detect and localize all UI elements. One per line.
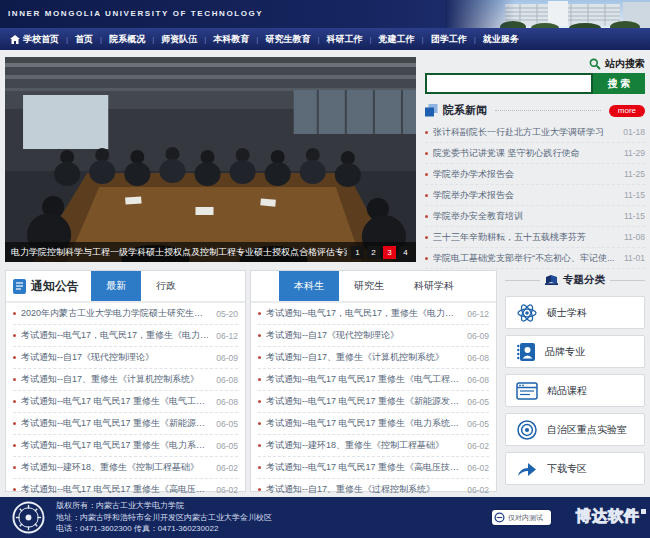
notice-item-date: 06-05 bbox=[216, 419, 238, 429]
slideshow-page-button[interactable]: 1 bbox=[351, 246, 364, 259]
slideshow-page-button[interactable]: 2 bbox=[367, 246, 380, 259]
notice-item-title: 考试通知--电气17 电气民17 重修生《电气工程制图基础... bbox=[21, 395, 211, 408]
academic-item-date: 06-02 bbox=[467, 441, 489, 451]
academic-item[interactable]: 考试通知--电气17 电气民17 重修生《新能源发电测试与... 06-05 bbox=[258, 391, 489, 413]
notices-tab[interactable]: 行政 bbox=[141, 271, 191, 301]
bullet-icon bbox=[13, 488, 16, 491]
notice-item-date: 06-05 bbox=[216, 441, 238, 451]
bullet-icon bbox=[258, 378, 261, 381]
nav-item-overview[interactable]: 院系概况 bbox=[109, 33, 145, 46]
footer-copyright: 版权所有：内蒙古工业大学电力学院 bbox=[56, 500, 272, 512]
top-banner: INNER MONGOLIA UNIVERSITY OF TECHNOLOGY bbox=[0, 0, 650, 28]
academic-tab[interactable]: 研究生 bbox=[339, 271, 399, 301]
notice-item[interactable]: 考试通知--电气17 电气民17 重修生《新能源发电测试与... 06-05 bbox=[13, 413, 238, 435]
news-item[interactable]: 院党委书记讲党课 坚守初心践行使命 11-29 bbox=[425, 143, 645, 164]
nav-item-employment[interactable]: 就业服务 bbox=[483, 33, 519, 46]
topic-card-masters[interactable]: 硕士学科 bbox=[505, 296, 645, 329]
nav-item-faculty[interactable]: 师资队伍 bbox=[161, 33, 197, 46]
notice-item[interactable]: 考试通知--电气17 电气民17 重修生《电气工程制图基础... 06-08 bbox=[13, 391, 238, 413]
academic-tab[interactable]: 科研学科 bbox=[399, 271, 469, 301]
academic-item-title: 考试通知--电气17 电气民17 重修生《电气工程制图基础... bbox=[266, 373, 462, 386]
bullet-icon bbox=[13, 334, 16, 337]
news-list: 张计科副院长一行赴北方工业大学调研学习 01-18 院党委书记讲党课 坚守初心践… bbox=[425, 122, 645, 269]
nav-item-research[interactable]: 科研工作 bbox=[326, 33, 362, 46]
footer-phone: 电话：0471-3602300 传真：0471-360230022 bbox=[56, 523, 272, 535]
academic-item-date: 06-08 bbox=[467, 375, 489, 385]
notice-item[interactable]: 考试通知--电气17，电气民17，重修生《电力系统稳定》 06-12 bbox=[13, 325, 238, 347]
academic-item[interactable]: 考试通知--电气17 电气民17 重修生《电气工程制图基础... 06-08 bbox=[258, 369, 489, 391]
divider-line bbox=[505, 280, 540, 281]
notices-list: 2020年内蒙古工业大学电力学院硕士研究生第二批复试工... 05-20 考试通… bbox=[6, 303, 245, 501]
divider-line bbox=[610, 280, 645, 281]
nav-item-label: 研究生教育 bbox=[265, 33, 310, 46]
academic-tabs: 本科生研究生科研学科 bbox=[279, 271, 469, 301]
academic-item[interactable]: 考试通知--建环18、重修生《控制工程基础》 06-02 bbox=[258, 435, 489, 457]
news-item[interactable]: 学院举办学术报告会 11-25 bbox=[425, 164, 645, 185]
university-emblem bbox=[12, 501, 45, 534]
notice-item-title: 考试通知--自17、重修生《计算机控制系统》 bbox=[21, 373, 211, 386]
notice-item-title: 2020年内蒙古工业大学电力学院硕士研究生第二批复试工... bbox=[21, 307, 211, 320]
topic-card-brand-major[interactable]: 品牌专业 bbox=[505, 335, 645, 368]
news-item[interactable]: 学院举办学术报告会 11-15 bbox=[425, 185, 645, 206]
download-arrow-icon bbox=[516, 460, 538, 478]
academic-item[interactable]: 考试通知--电气17，电气民17，重修生《电力系统稳定》 06-12 bbox=[258, 303, 489, 325]
academic-item[interactable]: 考试通知--自17《现代控制理论》 06-09 bbox=[258, 325, 489, 347]
notice-item[interactable]: 考试通知--电气17 电气民17 重修生《电力系统自动化、... 06-05 bbox=[13, 435, 238, 457]
news-item[interactable]: 学院电工基础党支部举行“不忘初心、牢记使... 11-01 bbox=[425, 248, 645, 269]
search-input[interactable] bbox=[425, 73, 593, 94]
nav-item-label: 党建工作 bbox=[379, 33, 415, 46]
news-more-button[interactable]: more bbox=[609, 105, 645, 117]
news-item-date: 11-29 bbox=[624, 148, 645, 158]
vendor-watermark-pill[interactable]: 仅对内测试 bbox=[492, 510, 551, 525]
topic-card-label: 硕士学科 bbox=[547, 306, 587, 320]
slideshow-pager: 1234 bbox=[347, 246, 416, 259]
notice-item[interactable]: 考试通知--建环18、重修生《控制工程基础》 06-02 bbox=[13, 457, 238, 479]
notice-item[interactable]: 考试通知--自17、重修生《计算机控制系统》 06-08 bbox=[13, 369, 238, 391]
nav-item-youth-league[interactable]: 团学工作 bbox=[431, 33, 467, 46]
topic-card-courses[interactable]: 精品课程 bbox=[505, 374, 645, 407]
slideshow-caption[interactable]: 电力学院控制科学与工程一级学科硕士授权点及控制工程专业硕士授权点合格评估专家评议… bbox=[5, 246, 347, 259]
notice-item-date: 06-02 bbox=[216, 463, 238, 473]
bullet-icon bbox=[13, 466, 16, 469]
slideshow[interactable]: 电力学院控制科学与工程一级学科硕士授权点及控制工程专业硕士授权点合格评估专家评议… bbox=[5, 57, 416, 262]
course-window-icon bbox=[516, 382, 538, 400]
topic-card-downloads[interactable]: 下载专区 bbox=[505, 452, 645, 485]
notice-item[interactable]: 考试通知--自17《现代控制理论》 06-09 bbox=[13, 347, 238, 369]
topic-card-key-lab[interactable]: 自治区重点实验室 bbox=[505, 413, 645, 446]
news-item[interactable]: 三十三年辛勤耕耘，五十五载桃李芬芳 11-08 bbox=[425, 227, 645, 248]
bullet-icon bbox=[258, 356, 261, 359]
nav-item-party[interactable]: 党建工作 bbox=[379, 33, 415, 46]
academic-tab[interactable]: 本科生 bbox=[279, 271, 339, 301]
topics-title: 专题分类 bbox=[563, 273, 605, 287]
nav-item-undergraduate[interactable]: 本科教育 bbox=[213, 33, 249, 46]
lab-target-icon bbox=[516, 419, 538, 441]
search-button[interactable]: 搜 索 bbox=[593, 73, 645, 94]
slideshow-photo[interactable] bbox=[5, 57, 416, 262]
slideshow-page-button[interactable]: 3 bbox=[383, 246, 396, 259]
topic-card-label: 精品课程 bbox=[547, 384, 587, 398]
notice-item[interactable]: 2020年内蒙古工业大学电力学院硕士研究生第二批复试工... 05-20 bbox=[13, 303, 238, 325]
news-item[interactable]: 张计科副院长一行赴北方工业大学调研学习 01-18 bbox=[425, 122, 645, 143]
academic-item-title: 考试通知--电气17 电气民17 重修生《电力系统自动化、... bbox=[266, 417, 462, 430]
news-item-title: 张计科副院长一行赴北方工业大学调研学习 bbox=[433, 126, 618, 139]
academic-item[interactable]: 考试通知--自17、重修生《计算机控制系统》 06-08 bbox=[258, 347, 489, 369]
vendor-brand-mark bbox=[641, 509, 646, 514]
academic-item[interactable]: 考试通知--电气17 电气民17 重修生《电力系统自动化、... 06-05 bbox=[258, 413, 489, 435]
news-item[interactable]: 学院举办安全教育培训 11-15 bbox=[425, 206, 645, 227]
bullet-icon bbox=[258, 488, 261, 491]
bullet-icon bbox=[425, 257, 428, 260]
notice-item-title: 考试通知--建环18、重修生《控制工程基础》 bbox=[21, 461, 211, 474]
notice-item-date: 06-12 bbox=[216, 331, 238, 341]
notices-tab[interactable]: 最新 bbox=[91, 271, 141, 301]
nav-item-home[interactable]: 首页 bbox=[75, 33, 93, 46]
slideshow-page-button[interactable]: 4 bbox=[399, 246, 412, 259]
footer-address: 地址：内蒙古呼和浩特市金川开发区内蒙古工业大学金川校区 bbox=[56, 512, 272, 524]
university-name-en: INNER MONGOLIA UNIVERSITY OF TECHNOLOGY bbox=[8, 9, 263, 18]
academic-item-date: 06-09 bbox=[467, 331, 489, 341]
nav-item-graduate[interactable]: 研究生教育 bbox=[265, 33, 310, 46]
nav-item-label: 团学工作 bbox=[431, 33, 467, 46]
nav-item-school-home[interactable]: 学校首页 bbox=[10, 33, 59, 46]
notice-item-title: 考试通知--电气17 电气民17 重修生《电力系统自动化、... bbox=[21, 439, 211, 452]
academic-item-title: 考试通知--电气17 电气民17 重修生《高电压技术》《高... bbox=[266, 461, 462, 474]
academic-item[interactable]: 考试通知--电气17 电气民17 重修生《高电压技术》《高... 06-02 bbox=[258, 457, 489, 479]
